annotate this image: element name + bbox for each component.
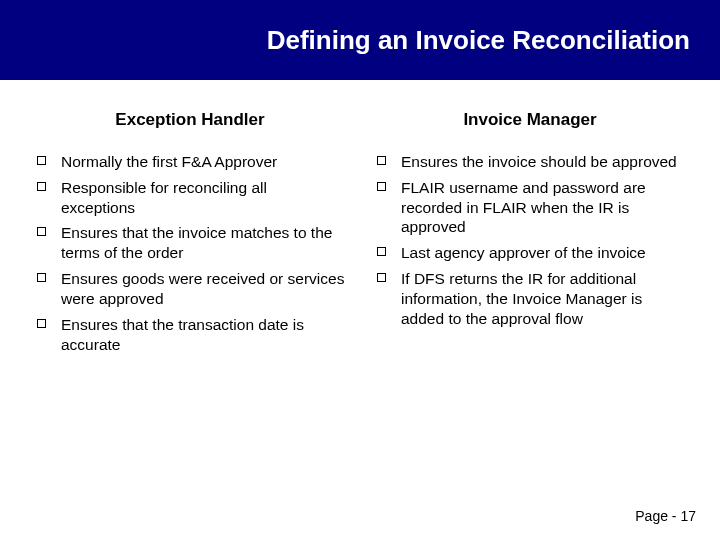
list-item: Ensures that the invoice matches to the … (35, 223, 345, 263)
list-item: Ensures the invoice should be approved (375, 152, 685, 172)
bullet-square-icon (37, 227, 46, 236)
bullet-square-icon (377, 182, 386, 191)
list-item-text: FLAIR username and password are recorded… (401, 179, 646, 236)
bullet-square-icon (37, 319, 46, 328)
list-item-text: Normally the first F&A Approver (61, 153, 277, 170)
list-item-text: Last agency approver of the invoice (401, 244, 646, 261)
bullet-square-icon (37, 156, 46, 165)
title-bar: Defining an Invoice Reconciliation (0, 0, 720, 80)
list-item: Last agency approver of the invoice (375, 243, 685, 263)
bullet-square-icon (37, 273, 46, 282)
list-item-text: Responsible for reconciling all exceptio… (61, 179, 267, 216)
list-item: FLAIR username and password are recorded… (375, 178, 685, 237)
bullet-square-icon (377, 247, 386, 256)
content-area: Exception Handler Normally the first F&A… (0, 80, 720, 360)
list-item-text: If DFS returns the IR for additional inf… (401, 270, 642, 327)
list-item: Responsible for reconciling all exceptio… (35, 178, 345, 218)
bullet-square-icon (377, 156, 386, 165)
left-heading: Exception Handler (35, 110, 345, 130)
slide: Defining an Invoice Reconciliation Excep… (0, 0, 720, 540)
page-number: Page - 17 (635, 508, 696, 524)
list-item-text: Ensures that the invoice matches to the … (61, 224, 332, 261)
bullet-square-icon (377, 273, 386, 282)
list-item: If DFS returns the IR for additional inf… (375, 269, 685, 328)
list-item: Ensures goods were received or services … (35, 269, 345, 309)
slide-title: Defining an Invoice Reconciliation (267, 25, 690, 56)
list-item-text: Ensures the invoice should be approved (401, 153, 677, 170)
bullet-square-icon (37, 182, 46, 191)
right-column: Invoice Manager Ensures the invoice shou… (360, 110, 700, 360)
list-item: Normally the first F&A Approver (35, 152, 345, 172)
list-item-text: Ensures that the transaction date is acc… (61, 316, 304, 353)
list-item-text: Ensures goods were received or services … (61, 270, 344, 307)
left-list: Normally the first F&A Approver Responsi… (35, 152, 345, 354)
right-heading: Invoice Manager (375, 110, 685, 130)
left-column: Exception Handler Normally the first F&A… (20, 110, 360, 360)
list-item: Ensures that the transaction date is acc… (35, 315, 345, 355)
right-list: Ensures the invoice should be approved F… (375, 152, 685, 329)
